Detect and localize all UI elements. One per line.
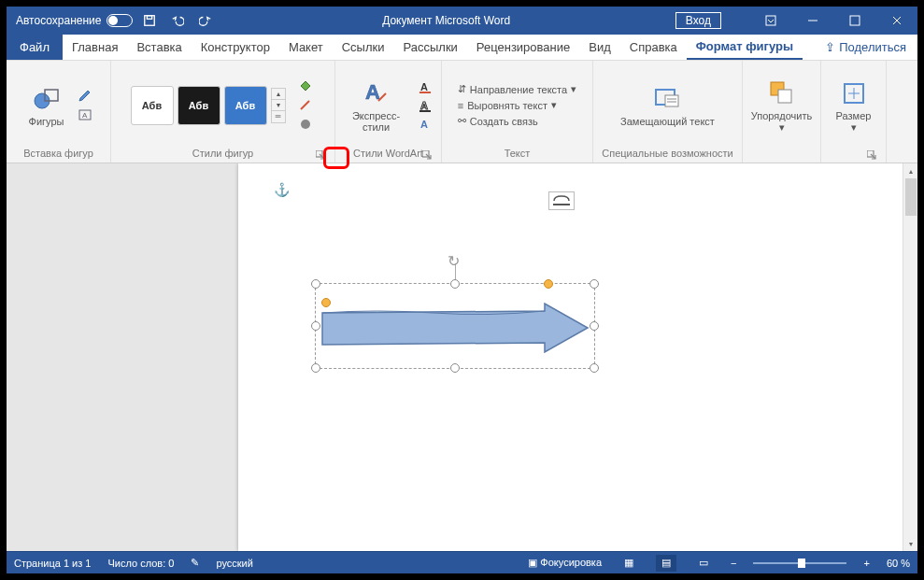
tab-mailings[interactable]: Рассылки <box>393 35 466 60</box>
text-direction-button[interactable]: ⇵Направление текста▾ <box>456 82 578 96</box>
text-direction-icon: ⇵ <box>458 83 466 95</box>
vertical-scrollbar[interactable]: ▴ ▾ <box>903 163 917 551</box>
tab-layout[interactable]: Макет <box>279 35 333 60</box>
focus-mode-button[interactable]: ▣ Фокусировка <box>528 557 602 569</box>
view-read-icon[interactable]: ▦ <box>618 555 639 572</box>
handle-bl[interactable] <box>311 363 320 373</box>
style-thumb-1[interactable]: Абв <box>131 86 174 125</box>
text-box-icon[interactable]: A <box>75 106 95 123</box>
shape-effects-icon[interactable] <box>295 116 316 133</box>
handle-mr[interactable] <box>590 321 599 331</box>
adjust-handle-1[interactable] <box>544 279 553 289</box>
autosave-toggle[interactable] <box>107 14 133 27</box>
tab-view[interactable]: Вид <box>579 35 620 60</box>
style-thumb-3[interactable]: Абв <box>224 86 267 125</box>
handle-br[interactable] <box>590 363 599 373</box>
scroll-up-icon[interactable]: ▴ <box>903 163 917 178</box>
svg-text:A: A <box>420 119 428 130</box>
tab-help[interactable]: Справка <box>620 35 687 60</box>
tab-shape-format[interactable]: Формат фигуры <box>687 35 803 60</box>
status-word-count[interactable]: Число слов: 0 <box>107 558 174 569</box>
svg-rect-0 <box>145 16 155 26</box>
wordart-quick-styles[interactable]: A Экспресс-стили <box>341 77 411 134</box>
scroll-thumb[interactable] <box>905 178 917 216</box>
size-button[interactable]: Размер▾ <box>830 77 878 134</box>
align-text-button[interactable]: ≡Выровнять текст▾ <box>456 98 559 112</box>
close-icon[interactable] <box>875 7 917 35</box>
tab-references[interactable]: Ссылки <box>333 35 394 60</box>
arrange-button[interactable]: Упорядочить▾ <box>746 77 817 134</box>
undo-icon[interactable] <box>166 9 189 32</box>
svg-rect-21 <box>665 95 678 106</box>
tab-file[interactable]: Файл <box>7 35 63 60</box>
tab-insert[interactable]: Вставка <box>127 35 191 60</box>
handle-tr[interactable] <box>590 279 599 289</box>
view-web-icon[interactable]: ▭ <box>693 555 714 572</box>
svg-rect-15 <box>419 92 431 93</box>
redo-icon[interactable] <box>194 9 217 32</box>
text-outline-icon[interactable]: A <box>415 97 435 114</box>
zoom-out-icon[interactable]: − <box>731 558 736 569</box>
size-launcher[interactable] <box>865 149 878 162</box>
group-insert-shapes-label: Вставка фигур <box>12 146 105 163</box>
text-fill-icon[interactable]: A <box>415 78 435 95</box>
zoom-in-icon[interactable]: + <box>863 558 869 569</box>
adjust-handle-2[interactable] <box>321 298 331 307</box>
shape-styles-launcher[interactable] <box>314 149 327 162</box>
status-page[interactable]: Страница 1 из 1 <box>14 558 91 569</box>
svg-point-11 <box>301 120 310 129</box>
share-button[interactable]: ⇪Поделиться <box>814 35 917 60</box>
svg-rect-28 <box>553 204 570 205</box>
wordart-launcher[interactable] <box>420 149 434 162</box>
wordart-icon: A <box>362 78 391 108</box>
edit-shape-icon[interactable] <box>75 88 95 105</box>
tab-design[interactable]: Конструктор <box>192 35 279 60</box>
gallery-down-icon[interactable]: ▾ <box>272 100 285 111</box>
ribbon-options-icon[interactable] <box>749 7 791 35</box>
status-language[interactable]: русский <box>216 558 252 569</box>
alt-text-button[interactable]: Замещающий текст <box>615 82 720 129</box>
layout-options-button[interactable] <box>548 191 575 210</box>
scroll-down-icon[interactable]: ▾ <box>903 536 917 551</box>
shape-style-gallery[interactable]: Абв Абв Абв ▴ ▾ ═ <box>131 86 286 125</box>
maximize-icon[interactable] <box>833 7 875 35</box>
shapes-icon <box>32 84 62 114</box>
spellcheck-icon[interactable]: ✎ <box>191 557 199 569</box>
handle-bm[interactable] <box>450 363 460 373</box>
group-wordart-label: Стили WordArt <box>341 146 435 163</box>
arrange-icon <box>767 78 797 108</box>
selection-box[interactable]: ↻ <box>315 283 595 369</box>
text-effects-icon[interactable]: A <box>415 116 435 133</box>
svg-rect-1 <box>148 16 152 20</box>
minimize-icon[interactable] <box>791 7 833 35</box>
style-thumb-2[interactable]: Абв <box>178 86 220 125</box>
handle-ml[interactable] <box>311 321 320 331</box>
svg-text:A: A <box>420 100 428 111</box>
tab-review[interactable]: Рецензирование <box>467 35 579 60</box>
rotate-handle[interactable]: ↻ <box>448 252 460 270</box>
group-size-label <box>827 146 880 163</box>
align-text-icon: ≡ <box>458 100 463 111</box>
svg-rect-25 <box>778 90 791 103</box>
gallery-up-icon[interactable]: ▴ <box>272 89 285 100</box>
handle-tm[interactable] <box>450 279 460 289</box>
zoom-level[interactable]: 60 % <box>887 558 910 569</box>
signin-button[interactable]: Вход <box>675 12 721 29</box>
link-icon: ⚯ <box>458 115 466 127</box>
gallery-more-icon[interactable]: ═ <box>272 111 285 122</box>
handle-tl[interactable] <box>311 279 320 289</box>
zoom-slider[interactable] <box>753 562 846 564</box>
share-icon: ⇪ <box>825 40 835 54</box>
shape-outline-icon[interactable] <box>295 97 316 114</box>
shapes-button[interactable]: Фигуры <box>22 82 71 129</box>
shape-fill-icon[interactable] <box>295 78 316 95</box>
view-print-icon[interactable]: ▤ <box>656 555 676 572</box>
group-accessibility-label: Специальные возможности <box>599 146 736 163</box>
create-link-button[interactable]: ⚯Создать связь <box>456 114 540 128</box>
document-title: Документ Microsoft Word <box>217 14 675 27</box>
autosave-label: Автосохранение <box>16 14 101 27</box>
tab-home[interactable]: Главная <box>63 35 127 60</box>
svg-text:A: A <box>420 81 428 92</box>
anchor-icon: ⚓ <box>274 182 290 197</box>
save-icon[interactable] <box>138 9 161 32</box>
